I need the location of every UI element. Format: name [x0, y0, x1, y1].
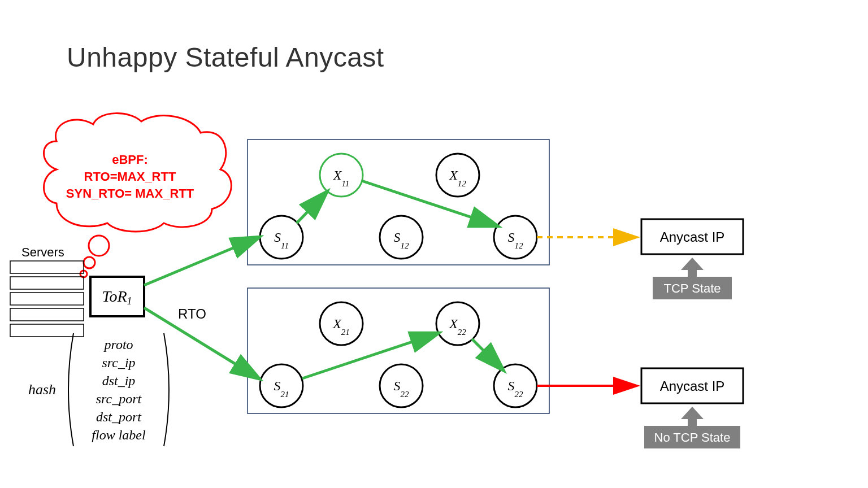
svg-text:dst_ip: dst_ip [102, 373, 136, 388]
arrow-x11-s12 [362, 181, 497, 226]
slide-title: Unhappy Stateful Anycast [67, 42, 384, 73]
svg-text:S22: S22 [394, 378, 410, 399]
svg-point-1 [84, 257, 95, 268]
svg-rect-6 [10, 308, 84, 321]
svg-point-0 [89, 236, 109, 256]
svg-point-24 [494, 216, 537, 259]
bubble-line3: SYN_RTO= MAX_RTT [66, 186, 194, 201]
svg-point-34 [494, 364, 537, 407]
svg-text:proto: proto [103, 337, 133, 352]
anycast-top: Anycast IP [641, 219, 743, 254]
servers-label: Servers [21, 245, 64, 259]
svg-text:S21: S21 [274, 378, 289, 399]
svg-rect-3 [10, 261, 84, 273]
svg-text:Anycast IP: Anycast IP [660, 378, 725, 394]
svg-text:Anycast IP: Anycast IP [660, 229, 725, 245]
svg-marker-42 [681, 258, 704, 278]
state-bottom: No TCP State [644, 407, 740, 448]
svg-text:TCP State: TCP State [663, 281, 721, 295]
node-s22b: S22 [494, 364, 537, 407]
diagram-canvas: eBPF: RTO=MAX_RTT SYN_RTO= MAX_RTT Serve… [0, 0, 868, 488]
tor-box: ToR1 [90, 277, 144, 316]
svg-text:S12: S12 [394, 230, 410, 251]
node-s22a: S22 [380, 364, 423, 407]
svg-point-30 [260, 364, 303, 407]
svg-text:flow label: flow label [92, 428, 146, 442]
hash-tuple: hash proto src_ip dst_ip src_port dst_po… [28, 333, 169, 446]
svg-text:X22: X22 [449, 316, 466, 337]
bubble-line2: RTO=MAX_RTT [84, 169, 176, 184]
hash-prefix: hash [28, 381, 56, 398]
svg-point-26 [320, 302, 363, 345]
node-s12b: S12 [494, 216, 537, 259]
rto-label: RTO [178, 306, 206, 321]
svg-text:src_port: src_port [96, 391, 142, 406]
svg-point-22 [380, 216, 423, 259]
svg-rect-7 [10, 324, 84, 337]
servers-stack: Servers [10, 245, 84, 337]
tor-label: ToR [102, 287, 127, 305]
svg-text:No TCP State: No TCP State [654, 430, 731, 445]
state-top: TCP State [653, 258, 732, 299]
svg-text:X11: X11 [333, 168, 350, 189]
arrow-x22-s22 [472, 339, 503, 370]
svg-point-18 [436, 154, 479, 197]
svg-text:dst_port: dst_port [96, 409, 142, 424]
anycast-bottom: Anycast IP [641, 368, 743, 403]
fabric-top [248, 140, 549, 265]
svg-point-32 [380, 364, 423, 407]
node-x11: X11 [320, 154, 363, 197]
svg-text:ToR1: ToR1 [102, 287, 132, 307]
node-s12a: S12 [380, 216, 423, 259]
svg-rect-5 [10, 293, 84, 305]
svg-text:X21: X21 [332, 316, 350, 337]
thought-bubble: eBPF: RTO=MAX_RTT SYN_RTO= MAX_RTT [44, 114, 232, 277]
node-x12: X12 [436, 154, 479, 197]
fabric-bottom [248, 288, 549, 413]
svg-text:src_ip: src_ip [102, 355, 135, 370]
arrow-s11-x11 [297, 192, 327, 223]
svg-marker-45 [681, 407, 704, 427]
svg-text:X12: X12 [449, 168, 466, 189]
svg-text:S12: S12 [508, 230, 524, 251]
svg-rect-4 [10, 277, 84, 289]
node-x21: X21 [320, 302, 363, 345]
svg-text:S11: S11 [274, 230, 289, 251]
arrow-tor-to-s11 [144, 237, 259, 285]
node-s21: S21 [260, 364, 303, 407]
svg-text:S22: S22 [508, 378, 524, 399]
bubble-line1: eBPF: [112, 152, 148, 167]
